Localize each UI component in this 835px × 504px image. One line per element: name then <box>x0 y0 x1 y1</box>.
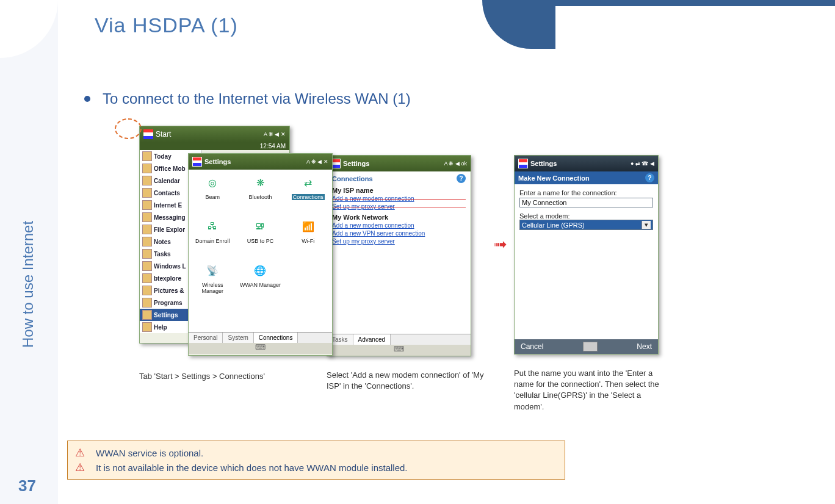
caption-2: Select 'Add a new modem connection' of '… <box>327 370 485 392</box>
screenshot-3: Settings ● ⇄ ☎ ◀ Make New Connection? En… <box>514 155 659 355</box>
link-proxy-work[interactable]: Set up my proxy server <box>332 238 466 245</box>
link-proxy-isp[interactable]: Set up my proxy server <box>332 203 466 210</box>
help-icon[interactable]: ? <box>457 174 466 183</box>
help-icon[interactable]: ? <box>645 173 654 182</box>
highlight-circle-addmodem <box>115 118 142 139</box>
sip-keyboard-icon <box>583 342 598 351</box>
modem-selected-value: Cellular Line (GPRS) <box>522 221 585 229</box>
wm-flag-icon <box>192 157 202 167</box>
start-flag-icon <box>143 129 153 139</box>
tab-system[interactable]: System <box>223 333 253 343</box>
settings-status-icons: A ❋ ◀ ✕ <box>306 159 328 165</box>
next-button[interactable]: Next <box>637 342 652 351</box>
warning-icon: ⚠ <box>75 446 85 459</box>
screenshot-1: Start A ❋ ◀ ✕ 12:54 AM TodayOffice MobCa… <box>139 126 298 358</box>
caption-1: Tab 'Start > Settings > Connections' <box>139 371 265 382</box>
settings-title: Settings <box>204 158 231 165</box>
screenshot-2: Settings A ❋ ◀ ok Connections? My ISP na… <box>327 155 471 356</box>
modem-select[interactable]: Cellular Line (GPRS) ▾ <box>519 220 653 230</box>
settings-title-3: Settings <box>530 160 557 167</box>
warning-text-1: WWAN service is optional. <box>96 448 203 458</box>
wm-flag-icon <box>518 159 528 168</box>
label-select-modem: Select a modem: <box>519 212 653 220</box>
link-add-vpn-work[interactable]: Add a new VPN server connection <box>332 230 466 237</box>
clock: 12:54 AM <box>140 142 289 150</box>
connections-header: Connections <box>332 175 373 182</box>
settings-icon-domain-enroll[interactable]: 🖧Domain Enroll <box>191 217 234 244</box>
warning-text-2: It is not available in the device which … <box>96 463 408 473</box>
tab-advanced[interactable]: Advanced <box>353 334 391 345</box>
settings-icon-wwan-manager[interactable]: 🌐WWAN Manager <box>239 261 281 288</box>
bullet-text: To connect to the Internet via Wireless … <box>103 90 411 107</box>
connection-name-input[interactable] <box>519 198 653 207</box>
warning-box: ⚠WWAN service is optional. ⚠It is not av… <box>67 441 565 480</box>
make-new-connection-header: Make New Connection <box>518 175 590 182</box>
sip-keyboard-icon: ⌨ <box>189 343 332 354</box>
group-my-isp: My ISP name <box>332 187 466 194</box>
settings-icon-wireless-manager[interactable]: 📡Wireless Manager <box>191 261 234 294</box>
warning-icon: ⚠ <box>75 461 85 474</box>
settings-icon-bluetooth[interactable]: ❋Bluetooth <box>239 173 281 200</box>
settings-icon-wi-fi[interactable]: 📶Wi-Fi <box>287 217 330 244</box>
side-label: How to use Internet <box>20 221 37 348</box>
link-add-modem-work[interactable]: Add a new modem connection <box>332 222 466 229</box>
settings-icon-connections[interactable]: ⇄Connections <box>287 173 330 200</box>
tab-connections[interactable]: Connections <box>254 333 298 343</box>
label-enter-name: Enter a name for the connection: <box>519 189 653 196</box>
settings-title-2: Settings <box>343 160 369 167</box>
status-icons-3: ● ⇄ ☎ ◀ <box>631 160 654 167</box>
page-number: 37 <box>18 477 36 495</box>
caption-3: Put the name you want into the 'Enter a … <box>514 368 667 412</box>
settings-icon-beam[interactable]: ◎Beam <box>191 173 234 200</box>
chevron-down-icon: ▾ <box>642 221 651 229</box>
cancel-button[interactable]: Cancel <box>521 342 543 351</box>
sip-keyboard-icon: ⌨ <box>327 345 471 356</box>
slide-title: Via HSDPA (1) <box>95 13 238 37</box>
bullet-icon <box>84 96 90 102</box>
group-my-work: My Work Network <box>332 214 466 221</box>
arrow-icon: ➟ <box>494 235 505 254</box>
tab-personal[interactable]: Personal <box>189 333 223 343</box>
status-icons-2: A ❋ ◀ ok <box>444 160 467 167</box>
start-label: Start <box>156 130 171 139</box>
link-add-modem-isp[interactable]: Add a new modem connection <box>332 195 466 202</box>
status-icons: A ❋ ◀ ✕ <box>264 131 286 137</box>
settings-icon-usb-to-pc[interactable]: 🖳USB to PC <box>239 217 281 244</box>
